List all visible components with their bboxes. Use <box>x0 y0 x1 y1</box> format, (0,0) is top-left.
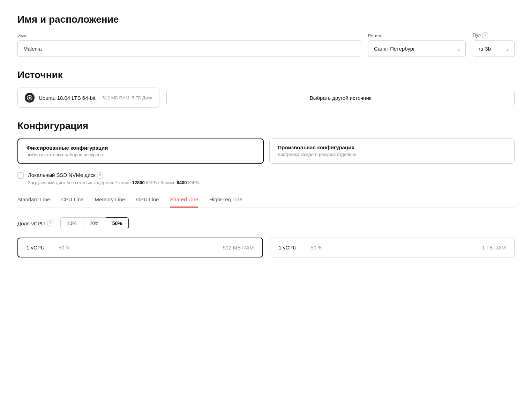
ubuntu-icon <box>25 93 35 103</box>
ssd-help-icon[interactable]: ? <box>97 172 103 179</box>
ssd-checkbox[interactable] <box>17 172 24 179</box>
configuration-title: Конфигурация <box>17 120 515 132</box>
config-card-ram-0: 512 МБ RAM <box>223 245 254 250</box>
region-label: Регион <box>368 33 466 38</box>
fraction-btn-50[interactable]: 50% <box>106 217 129 229</box>
region-field-group: Регион Санкт-Петербург Москва ⌄ <box>368 33 466 57</box>
ssd-label-group: Локальный SSD NVMe диск ? Загрузочный ди… <box>28 172 200 185</box>
pool-label: Пул ? <box>473 32 515 38</box>
name-field-group: Имя <box>17 33 361 57</box>
pool-select-wrapper: ru-3b ru-3a ⌄ <box>473 40 515 57</box>
custom-config-tab[interactable]: Произвольная конфигурация настройка кажд… <box>269 139 515 164</box>
pool-help-icon[interactable]: ? <box>482 32 488 38</box>
line-tabs: Standard LineCPU LineMemory LineGPU Line… <box>17 196 515 208</box>
vcpu-label: Доля vCPU ? <box>17 220 53 226</box>
config-card-1[interactable]: 1 vCPU50 %1 ГБ RAM <box>270 238 515 257</box>
ssd-desc: Загрузочный диск без сетевых задержек. Ч… <box>28 180 200 185</box>
source-title: Источник <box>17 69 515 81</box>
name-location-section: Имя и расположение Имя Регион Санкт-Пете… <box>17 14 515 57</box>
name-input[interactable] <box>17 40 361 57</box>
svg-point-2 <box>29 95 30 96</box>
ssd-label-text: Локальный SSD NVMe диск <box>28 172 96 178</box>
config-card-cpu-1: 1 vCPU <box>279 245 297 250</box>
configuration-section: Конфигурация Фиксированные конфигурации … <box>17 120 515 257</box>
fraction-btn-10[interactable]: 10% <box>60 217 83 229</box>
pool-field-group: Пул ? ru-3b ru-3a ⌄ <box>473 32 515 57</box>
name-label: Имя <box>17 33 361 38</box>
config-card-ram-1: 1 ГБ RAM <box>482 245 506 250</box>
other-source-button[interactable]: Выбрать другой источник <box>166 90 515 106</box>
vcpu-help-icon[interactable]: ? <box>47 220 53 226</box>
line-tab-memory-line[interactable]: Memory Line <box>95 196 125 208</box>
config-type-tabs: Фиксированные конфигурации выбор из гото… <box>17 139 515 164</box>
svg-point-3 <box>31 98 32 99</box>
source-selected-box: Ubuntu 18.04 LTS 64-bit 512 МБ RAM, 5 ГБ… <box>17 88 159 108</box>
custom-config-sub: настройка каждого ресурса отдельно <box>278 152 506 157</box>
source-name: Ubuntu 18.04 LTS 64-bit <box>39 95 95 101</box>
config-card-pct-1: 50 % <box>310 245 322 250</box>
line-tab-highfreq-line[interactable]: HighFreq Line <box>209 196 242 208</box>
vcpu-row: Доля vCPU ? 10%20%50% <box>17 217 515 229</box>
config-card-0[interactable]: 1 vCPU50 %512 МБ RAM <box>17 238 263 257</box>
svg-point-4 <box>27 98 28 99</box>
fixed-config-sub: выбор из готовых наборов ресурсов <box>27 152 255 157</box>
line-tab-gpu-line[interactable]: GPU Line <box>136 196 159 208</box>
line-tab-shared-line[interactable]: Shared Line <box>170 196 198 208</box>
config-card-cpu-0: 1 vCPU <box>27 245 45 250</box>
config-card-pct-0: 50 % <box>59 245 70 250</box>
svg-point-1 <box>29 97 31 99</box>
source-row: Ubuntu 18.04 LTS 64-bit 512 МБ RAM, 5 ГБ… <box>17 88 515 108</box>
fraction-btn-20[interactable]: 20% <box>83 217 106 229</box>
fraction-buttons: 10%20%50% <box>60 217 129 229</box>
source-section: Источник Ubuntu 18.04 LTS 64-bit 512 МБ … <box>17 69 515 108</box>
config-cards-row: 1 vCPU50 %512 МБ RAM1 vCPU50 %1 ГБ RAM <box>17 238 515 257</box>
name-location-title: Имя и расположение <box>17 14 515 25</box>
custom-config-title: Произвольная конфигурация <box>278 144 506 150</box>
fixed-config-title: Фиксированные конфигурации <box>27 145 255 151</box>
line-tab-cpu-line[interactable]: CPU Line <box>61 196 83 208</box>
region-select[interactable]: Санкт-Петербург Москва <box>368 40 466 57</box>
ssd-checkbox-row: Локальный SSD NVMe диск ? Загрузочный ди… <box>17 172 515 185</box>
fixed-config-tab[interactable]: Фиксированные конфигурации выбор из гото… <box>17 139 264 164</box>
region-select-wrapper: Санкт-Петербург Москва ⌄ <box>368 40 466 57</box>
name-location-row: Имя Регион Санкт-Петербург Москва ⌄ Пул … <box>17 32 515 57</box>
line-tab-standard-line[interactable]: Standard Line <box>17 196 50 208</box>
source-meta: 512 МБ RAM, 5 ГБ Диск <box>102 95 152 100</box>
pool-select[interactable]: ru-3b ru-3a <box>473 40 515 57</box>
